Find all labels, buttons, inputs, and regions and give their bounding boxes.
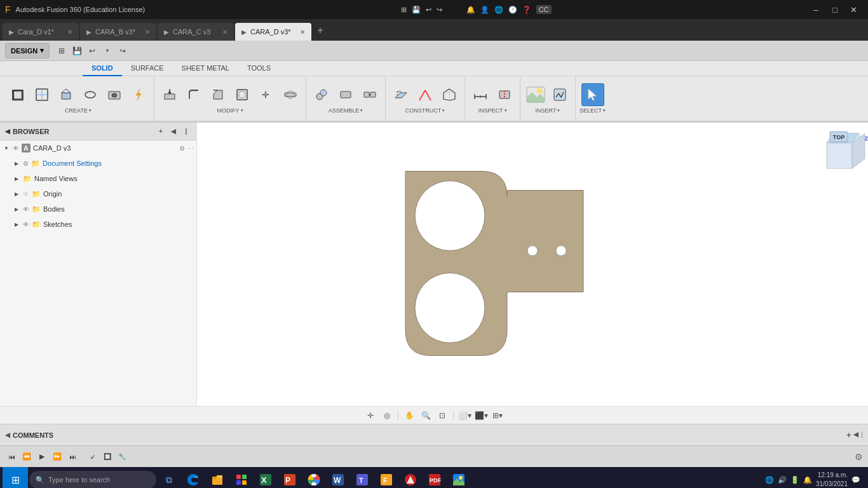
section-analysis-button[interactable] <box>493 83 516 106</box>
taskbar-search[interactable]: 🔍 Type here to search <box>29 471 156 488</box>
viewport[interactable]: TOP Z <box>197 123 868 406</box>
tab-cara-d-v3[interactable]: ▶ CARA_D v3* ✕ <box>235 23 311 41</box>
view-cube[interactable]: TOP Z <box>817 130 860 173</box>
select-button[interactable] <box>581 83 604 106</box>
timeline-tool2[interactable]: 🔲 <box>101 451 114 463</box>
create-group-label[interactable]: CREATE ▾ <box>65 107 92 114</box>
taskbar-excel[interactable]: X <box>254 468 277 488</box>
browser-collapse-all-button[interactable]: ◀ <box>168 126 179 137</box>
taskbar-explorer[interactable] <box>206 468 229 488</box>
undo-dropdown-button[interactable]: ▾ <box>100 44 114 58</box>
doc-settings-arrow[interactable]: ▶ <box>13 161 20 166</box>
tab-sheet-metal[interactable]: SHEET METAL <box>173 61 238 76</box>
browser-add-button[interactable]: + <box>156 126 166 137</box>
assemble-group-label[interactable]: ASSEMBLE ▾ <box>329 107 363 114</box>
more-modify-button[interactable] <box>279 83 302 106</box>
taskbar-photos[interactable] <box>447 468 470 488</box>
insert-image-button[interactable] <box>524 83 547 106</box>
tree-root-item[interactable]: ▼ 👁 A CARA_D v3 ⚙ ⋯ <box>0 140 196 156</box>
taskbar-app-red[interactable] <box>399 468 422 488</box>
root-more-icon[interactable]: ⋯ <box>187 145 194 152</box>
insert-decal-button[interactable] <box>548 83 571 106</box>
timeline-tool1[interactable]: ↙ <box>86 451 99 463</box>
zoom-button[interactable]: 🔍 <box>419 409 433 423</box>
bodies-vis-icon[interactable]: 👁 <box>23 206 29 213</box>
extrude-button[interactable] <box>55 83 78 106</box>
taskbar-word[interactable]: W <box>327 468 349 488</box>
maximize-button[interactable]: □ <box>826 3 844 16</box>
network-icon[interactable]: 🌐 <box>765 476 774 484</box>
joint-button[interactable] <box>310 83 333 106</box>
tab-cara-b-v3[interactable]: ▶ CARA_B v3* ✕ <box>80 23 156 41</box>
hole-button[interactable] <box>103 83 126 106</box>
origin-vis-icon[interactable]: 👁 <box>23 191 29 198</box>
help-icon[interactable]: ❓ <box>522 6 531 14</box>
bodies-arrow[interactable]: ▶ <box>13 207 20 212</box>
named-views-arrow[interactable]: ▶ <box>13 176 20 182</box>
battery-icon[interactable]: 🔋 <box>790 476 799 484</box>
tab-close-icon[interactable]: ✕ <box>145 29 150 36</box>
press-pull-button[interactable] <box>158 83 181 106</box>
start-button[interactable]: ⊞ <box>3 467 28 488</box>
inspect-group-label[interactable]: INSPECT ▾ <box>478 107 506 114</box>
taskbar-powerpoint[interactable]: P <box>278 468 301 488</box>
timeline-play-button[interactable]: ▶ <box>36 451 48 463</box>
zoom-window-button[interactable]: ⊡ <box>435 409 449 423</box>
tree-origin[interactable]: ▶ 👁 📁 Origin <box>0 186 196 201</box>
timeline-step-back-button[interactable]: ⏪ <box>20 451 33 463</box>
tree-doc-settings[interactable]: ▶ ⚙ 📁 Document Settings <box>0 156 196 171</box>
timeline-step-forward-button[interactable]: ⏩ <box>51 451 64 463</box>
notification-bell-icon[interactable]: 🔔 <box>803 476 812 484</box>
tree-named-views[interactable]: ▶ 📁 Named Views <box>0 171 196 186</box>
browser-expand-button[interactable]: | <box>181 126 191 137</box>
tab-surface[interactable]: SURFACE <box>122 61 173 76</box>
user-initials[interactable]: CC <box>536 5 552 14</box>
tree-bodies[interactable]: ▶ 👁 📁 Bodies <box>0 201 196 217</box>
timeline-goto-end-button[interactable]: ⏭ <box>66 451 79 463</box>
tree-sketches[interactable]: ▶ 👁 📁 Sketches <box>0 217 196 232</box>
move-button[interactable]: ✛ <box>255 83 278 106</box>
fillet-button[interactable] <box>182 83 205 106</box>
insert-group-label[interactable]: INSERT ▾ <box>536 107 560 114</box>
tab-close-icon[interactable]: ✕ <box>222 29 227 36</box>
shell-button[interactable] <box>231 83 254 106</box>
root-expand-arrow[interactable]: ▼ <box>3 146 10 151</box>
revolve-button[interactable] <box>79 83 102 106</box>
origin-arrow[interactable]: ▶ <box>13 191 20 197</box>
minimize-button[interactable]: – <box>807 3 825 16</box>
rigid-group-button[interactable] <box>334 83 357 106</box>
axis-button[interactable] <box>414 83 437 106</box>
view-layout-button[interactable]: ⬛▾ <box>474 409 488 423</box>
notification-icon[interactable]: 🔔 <box>466 6 475 14</box>
chamfer-button[interactable] <box>207 83 229 106</box>
root-vis-icon[interactable]: 👁 <box>13 145 19 152</box>
look-at-button[interactable]: ◎ <box>380 409 394 423</box>
view-cube-faces[interactable]: TOP Z <box>817 130 868 181</box>
taskbar-fusion360[interactable]: F <box>375 468 398 488</box>
volume-icon[interactable]: 🔊 <box>778 476 787 484</box>
redo-button[interactable]: ↪ <box>116 44 130 58</box>
save-button[interactable]: 💾 <box>70 44 84 58</box>
tab-cara-c-v3[interactable]: ▶ CARA_C v3 ✕ <box>158 23 234 41</box>
modify-group-label[interactable]: MODIFY ▾ <box>217 107 243 114</box>
tab-close-icon[interactable]: ✕ <box>300 29 305 36</box>
motion-link-button[interactable] <box>358 83 381 106</box>
taskbar-pdf[interactable]: PDF <box>423 468 446 488</box>
timeline-settings-button[interactable]: ⚙ <box>855 452 863 462</box>
online-icon[interactable]: 🌐 <box>494 6 503 14</box>
fit-to-view-button[interactable]: ✛ <box>363 409 377 423</box>
clock-icon[interactable]: 🕐 <box>508 6 517 14</box>
window-controls[interactable]: – □ ✕ <box>807 3 863 16</box>
taskbar-store[interactable] <box>230 468 253 488</box>
undo-icon[interactable]: ↩ <box>426 6 431 14</box>
undo-button[interactable]: ↩ <box>85 44 99 58</box>
taskbar-clock[interactable]: 12:19 a.m. 31/03/2021 <box>816 471 848 488</box>
more-create-button[interactable] <box>127 83 150 106</box>
redo-icon[interactable]: ↪ <box>437 6 442 14</box>
measure-button[interactable] <box>469 83 492 106</box>
root-settings-icon[interactable]: ⚙ <box>179 145 185 152</box>
action-center-icon[interactable]: 💬 <box>851 476 860 484</box>
display-mode-button[interactable]: ⬜▾ <box>458 409 471 423</box>
close-button[interactable]: ✕ <box>845 3 863 16</box>
browser-collapse-icon[interactable]: ◀ <box>5 128 10 135</box>
